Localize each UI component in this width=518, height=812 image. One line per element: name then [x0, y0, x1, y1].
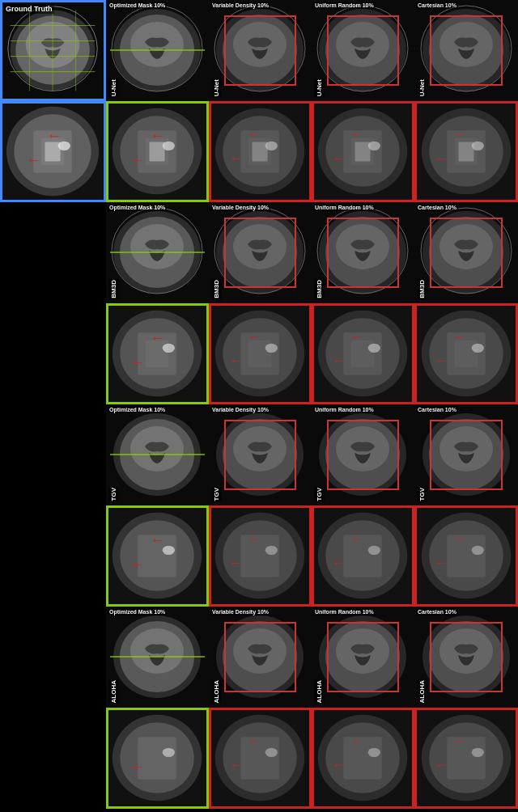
svg-point-56	[265, 142, 278, 150]
cell-uni-unet-full: Uniform Random 10% U-Net	[312, 0, 414, 101]
svg-rect-41	[45, 142, 61, 162]
cell-var-bm3d-zoom: → →	[209, 303, 312, 404]
cart-10-label-tgv: Cartesian 10%	[416, 406, 458, 413]
opt-10-label-unet: Optimized Mask 10%	[108, 2, 167, 9]
cell-var-aloha-full: Variable Density 10% ALOHA	[209, 607, 312, 708]
cell-opt-bm3d-zoom: → →	[106, 303, 209, 404]
svg-point-158	[472, 546, 484, 555]
tgv-label-3: TGV	[314, 487, 325, 501]
cell-cart-tgv-full: Cartesian 10% TGV	[414, 404, 518, 505]
aloha-label-3: ALOHA	[314, 679, 325, 704]
cell-opt-unet-full: Optimized Mask 10% U-Net	[106, 0, 209, 101]
cart-10-label-unet: Cartesian 10%	[416, 2, 458, 9]
opt-10-label-tgv: Optimized Mask 10%	[108, 406, 167, 413]
svg-point-63	[368, 142, 380, 150]
cell-empty-aloha-zoom	[0, 708, 106, 809]
bm3d-label-4: BM3D	[417, 279, 427, 299]
cell-empty-bm3d-zoom	[0, 303, 106, 404]
cell-var-unet-full: Variable Density 10% U-Net	[209, 0, 312, 101]
cell-var-tgv-full: Variable Density 10% TGV	[209, 404, 312, 505]
cell-cart-aloha-full: Cartesian 10% ALOHA	[414, 607, 518, 708]
cell-opt-aloha-full: Optimized Mask 10% ALOHA	[106, 607, 209, 708]
bm3d-label-2: BM3D	[211, 279, 222, 299]
svg-point-153	[368, 546, 380, 555]
cell-opt-tgv-zoom: → →	[106, 505, 209, 607]
cell-uni-bm3d-full: Uniform Random 10% BM3D	[312, 202, 414, 303]
cell-empty-tgv	[0, 404, 106, 505]
cell-var-unet-zoom: → →	[209, 101, 312, 202]
opt-10-label-bm3d: Optimized Mask 10%	[108, 204, 167, 211]
svg-point-198	[472, 748, 484, 757]
aloha-label-2: ALOHA	[211, 679, 222, 704]
svg-point-183	[163, 748, 175, 757]
ground-truth-label: Ground Truth	[4, 4, 54, 14]
cell-ground-truth-full: Ground Truth	[0, 0, 106, 101]
cell-empty-aloha	[0, 607, 106, 708]
cell-uni-tgv-zoom: → →	[312, 505, 414, 607]
svg-point-112	[368, 344, 380, 353]
svg-point-148	[265, 546, 278, 555]
unet-label-1: U-Net	[108, 78, 119, 97]
aloha-label-4: ALOHA	[417, 679, 427, 704]
cart-10-label-bm3d: Cartesian 10%	[416, 204, 458, 211]
svg-point-188	[265, 748, 278, 757]
cell-cart-unet-full: Cartesian 10% U-Net	[414, 0, 518, 101]
cell-uni-tgv-full: Uniform Random 10% TGV	[312, 404, 414, 505]
cell-cart-unet-zoom: → →	[414, 101, 518, 202]
svg-rect-55	[253, 142, 268, 162]
unet-label-3: U-Net	[314, 78, 325, 97]
tgv-label-4: TGV	[417, 487, 427, 501]
cell-empty-tgv-zoom	[0, 505, 106, 607]
cart-10-label-aloha: Cartesian 10%	[416, 608, 458, 615]
var-10-label-unet: Variable Density 10%	[210, 2, 270, 9]
uni-10-label-bm3d: Uniform Random 10%	[313, 204, 376, 211]
aloha-label-1: ALOHA	[108, 679, 119, 704]
svg-rect-48	[150, 142, 165, 162]
uni-10-label-unet: Uniform Random 10%	[313, 2, 376, 9]
svg-point-193	[368, 748, 380, 757]
cell-cart-bm3d-zoom: → →	[414, 303, 518, 404]
cell-cart-tgv-zoom: → →	[414, 505, 518, 607]
bm3d-label-3: BM3D	[314, 279, 325, 299]
cell-uni-unet-zoom: → →	[312, 101, 414, 202]
var-10-label-tgv: Variable Density 10%	[210, 406, 270, 413]
opt-10-label-aloha: Optimized Mask 10%	[108, 608, 167, 615]
bm3d-label-1: BM3D	[108, 279, 119, 299]
cell-opt-bm3d-full: Optimized Mask 10% BM3D	[106, 202, 209, 303]
cell-uni-bm3d-zoom: → →	[312, 303, 414, 404]
unet-label-2: U-Net	[211, 78, 222, 97]
cell-uni-aloha-zoom: → →	[312, 708, 414, 809]
tgv-label-1: TGV	[108, 487, 119, 501]
cell-opt-unet-zoom: → →	[106, 101, 209, 202]
cell-gt-zoom: → →	[0, 101, 106, 202]
svg-point-70	[472, 142, 484, 150]
cell-var-tgv-zoom: → →	[209, 505, 312, 607]
cell-var-bm3d-full: Variable Density 10% BM3D	[209, 202, 312, 303]
cell-cart-bm3d-full: Cartesian 10% BM3D	[414, 202, 518, 303]
var-10-label-aloha: Variable Density 10%	[210, 608, 270, 615]
cell-opt-tgv-full: Optimized Mask 10% TGV	[106, 404, 209, 505]
tgv-label-2: TGV	[211, 487, 222, 501]
cell-uni-aloha-full: Uniform Random 10% ALOHA	[312, 607, 414, 708]
uni-10-label-tgv: Uniform Random 10%	[313, 406, 376, 413]
svg-point-118	[472, 344, 484, 353]
svg-rect-69	[458, 142, 473, 162]
cell-cart-aloha-zoom: → →	[414, 708, 518, 809]
svg-rect-62	[355, 142, 371, 162]
unet-label-4: U-Net	[417, 78, 427, 97]
cell-opt-aloha-zoom: →	[106, 708, 209, 809]
var-10-label-bm3d: Variable Density 10%	[210, 204, 270, 211]
svg-point-106	[265, 344, 278, 353]
uni-10-label-aloha: Uniform Random 10%	[313, 608, 376, 615]
comparison-grid: Ground Truth Optimized Mask 10% U-Net	[0, 0, 518, 812]
cell-empty-bm3d	[0, 202, 106, 303]
cell-var-aloha-zoom: → →	[209, 708, 312, 809]
